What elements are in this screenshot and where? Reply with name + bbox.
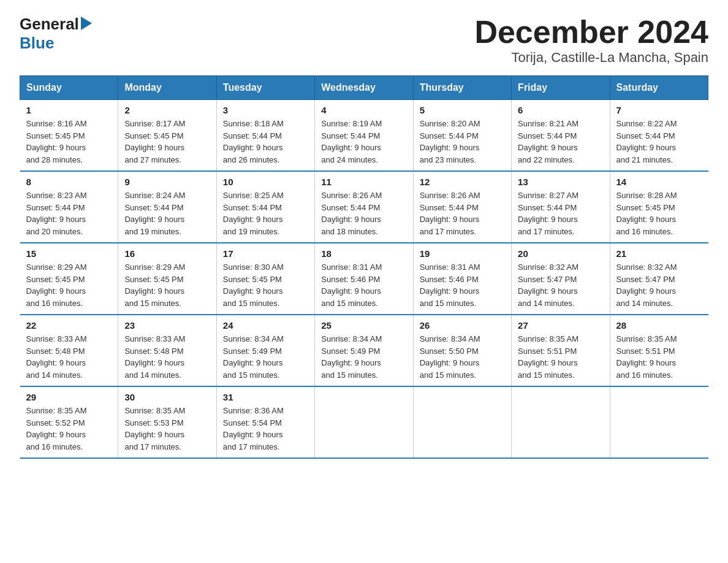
day-info: Sunrise: 8:31 AMSunset: 5:46 PMDaylight:… <box>420 261 505 309</box>
day-number: 12 <box>420 177 505 187</box>
day-number: 3 <box>223 105 308 115</box>
calendar-cell <box>315 386 413 458</box>
logo-triangle-icon <box>81 17 92 30</box>
calendar-cell: 5Sunrise: 8:20 AMSunset: 5:44 PMDaylight… <box>413 100 511 172</box>
day-number: 15 <box>26 248 112 259</box>
day-info: Sunrise: 8:22 AMSunset: 5:44 PMDaylight:… <box>616 118 702 166</box>
day-number: 17 <box>223 248 308 259</box>
calendar-week-row: 29Sunrise: 8:35 AMSunset: 5:52 PMDayligh… <box>20 386 708 458</box>
day-number: 29 <box>26 392 112 402</box>
day-info: Sunrise: 8:21 AMSunset: 5:44 PMDaylight:… <box>518 118 603 166</box>
day-number: 14 <box>616 177 702 187</box>
day-info: Sunrise: 8:33 AMSunset: 5:48 PMDaylight:… <box>26 333 112 381</box>
day-info: Sunrise: 8:32 AMSunset: 5:47 PMDaylight:… <box>518 261 603 309</box>
calendar-cell <box>512 386 610 458</box>
calendar-cell: 16Sunrise: 8:29 AMSunset: 5:45 PMDayligh… <box>118 243 216 315</box>
day-number: 31 <box>223 392 308 402</box>
calendar-cell: 8Sunrise: 8:23 AMSunset: 5:44 PMDaylight… <box>20 171 118 243</box>
calendar-cell: 2Sunrise: 8:17 AMSunset: 5:45 PMDaylight… <box>118 100 216 172</box>
header-friday: Friday <box>512 76 610 100</box>
day-info: Sunrise: 8:26 AMSunset: 5:44 PMDaylight:… <box>321 190 406 237</box>
title-block: December 2024 Torija, Castille-La Mancha… <box>474 15 708 66</box>
day-number: 22 <box>26 320 112 331</box>
day-number: 9 <box>124 177 210 187</box>
day-info: Sunrise: 8:28 AMSunset: 5:45 PMDaylight:… <box>616 190 702 237</box>
day-info: Sunrise: 8:32 AMSunset: 5:47 PMDaylight:… <box>616 261 702 309</box>
day-number: 4 <box>321 105 406 115</box>
calendar-cell: 12Sunrise: 8:26 AMSunset: 5:44 PMDayligh… <box>413 171 511 243</box>
day-info: Sunrise: 8:35 AMSunset: 5:52 PMDaylight:… <box>26 405 112 453</box>
logo-blue-text: Blue <box>20 34 54 53</box>
day-info: Sunrise: 8:30 AMSunset: 5:45 PMDaylight:… <box>223 261 308 309</box>
calendar-cell: 3Sunrise: 8:18 AMSunset: 5:44 PMDaylight… <box>216 100 314 172</box>
calendar-cell: 1Sunrise: 8:16 AMSunset: 5:45 PMDaylight… <box>20 100 118 172</box>
day-number: 27 <box>518 320 603 331</box>
page-title: December 2024 <box>474 15 708 50</box>
day-number: 18 <box>321 248 406 259</box>
day-info: Sunrise: 8:34 AMSunset: 5:50 PMDaylight:… <box>420 333 505 381</box>
day-info: Sunrise: 8:18 AMSunset: 5:44 PMDaylight:… <box>223 118 308 166</box>
calendar-cell: 17Sunrise: 8:30 AMSunset: 5:45 PMDayligh… <box>216 243 314 315</box>
day-info: Sunrise: 8:20 AMSunset: 5:44 PMDaylight:… <box>420 118 505 166</box>
calendar-week-row: 22Sunrise: 8:33 AMSunset: 5:48 PMDayligh… <box>20 315 708 386</box>
logo: General Blue <box>20 15 92 53</box>
day-number: 13 <box>518 177 603 187</box>
calendar-week-row: 8Sunrise: 8:23 AMSunset: 5:44 PMDaylight… <box>20 171 708 243</box>
day-number: 7 <box>616 105 702 115</box>
day-number: 11 <box>321 177 406 187</box>
calendar-cell: 31Sunrise: 8:36 AMSunset: 5:54 PMDayligh… <box>216 386 314 458</box>
calendar-cell: 6Sunrise: 8:21 AMSunset: 5:44 PMDaylight… <box>512 100 610 172</box>
day-info: Sunrise: 8:35 AMSunset: 5:51 PMDaylight:… <box>518 333 603 381</box>
calendar-cell: 11Sunrise: 8:26 AMSunset: 5:44 PMDayligh… <box>315 171 413 243</box>
svg-marker-0 <box>81 17 92 30</box>
day-number: 8 <box>26 177 112 187</box>
day-info: Sunrise: 8:26 AMSunset: 5:44 PMDaylight:… <box>420 190 505 237</box>
day-info: Sunrise: 8:23 AMSunset: 5:44 PMDaylight:… <box>26 190 112 237</box>
day-info: Sunrise: 8:29 AMSunset: 5:45 PMDaylight:… <box>124 261 210 309</box>
day-number: 20 <box>518 248 603 259</box>
day-number: 2 <box>124 105 210 115</box>
calendar-cell: 21Sunrise: 8:32 AMSunset: 5:47 PMDayligh… <box>610 243 708 315</box>
header-thursday: Thursday <box>413 76 511 100</box>
calendar-cell: 30Sunrise: 8:35 AMSunset: 5:53 PMDayligh… <box>118 386 216 458</box>
day-number: 6 <box>518 105 603 115</box>
calendar-cell: 7Sunrise: 8:22 AMSunset: 5:44 PMDaylight… <box>610 100 708 172</box>
day-number: 21 <box>616 248 702 259</box>
calendar-cell <box>413 386 511 458</box>
calendar-cell <box>610 386 708 458</box>
day-number: 25 <box>321 320 406 331</box>
day-info: Sunrise: 8:16 AMSunset: 5:45 PMDaylight:… <box>26 118 112 166</box>
calendar-header-row: SundayMondayTuesdayWednesdayThursdayFrid… <box>20 76 708 100</box>
header-saturday: Saturday <box>610 76 708 100</box>
calendar-cell: 10Sunrise: 8:25 AMSunset: 5:44 PMDayligh… <box>216 171 314 243</box>
day-number: 26 <box>420 320 505 331</box>
day-number: 1 <box>26 105 112 115</box>
calendar-table: SundayMondayTuesdayWednesdayThursdayFrid… <box>20 75 708 459</box>
day-number: 30 <box>124 392 210 402</box>
calendar-week-row: 15Sunrise: 8:29 AMSunset: 5:45 PMDayligh… <box>20 243 708 315</box>
calendar-cell: 15Sunrise: 8:29 AMSunset: 5:45 PMDayligh… <box>20 243 118 315</box>
day-info: Sunrise: 8:34 AMSunset: 5:49 PMDaylight:… <box>223 333 308 381</box>
header-sunday: Sunday <box>20 76 118 100</box>
page-subtitle: Torija, Castille-La Mancha, Spain <box>474 50 708 66</box>
header-monday: Monday <box>118 76 216 100</box>
day-number: 10 <box>223 177 308 187</box>
day-number: 19 <box>420 248 505 259</box>
day-info: Sunrise: 8:27 AMSunset: 5:44 PMDaylight:… <box>518 190 603 237</box>
day-number: 28 <box>616 320 702 331</box>
day-info: Sunrise: 8:24 AMSunset: 5:44 PMDaylight:… <box>124 190 210 237</box>
calendar-cell: 27Sunrise: 8:35 AMSunset: 5:51 PMDayligh… <box>512 315 610 386</box>
day-number: 5 <box>420 105 505 115</box>
day-info: Sunrise: 8:36 AMSunset: 5:54 PMDaylight:… <box>223 405 308 453</box>
calendar-cell: 9Sunrise: 8:24 AMSunset: 5:44 PMDaylight… <box>118 171 216 243</box>
calendar-cell: 4Sunrise: 8:19 AMSunset: 5:44 PMDaylight… <box>315 100 413 172</box>
day-info: Sunrise: 8:34 AMSunset: 5:49 PMDaylight:… <box>321 333 406 381</box>
calendar-cell: 19Sunrise: 8:31 AMSunset: 5:46 PMDayligh… <box>413 243 511 315</box>
header-wednesday: Wednesday <box>315 76 413 100</box>
day-info: Sunrise: 8:35 AMSunset: 5:53 PMDaylight:… <box>124 405 210 453</box>
day-info: Sunrise: 8:25 AMSunset: 5:44 PMDaylight:… <box>223 190 308 237</box>
calendar-cell: 24Sunrise: 8:34 AMSunset: 5:49 PMDayligh… <box>216 315 314 386</box>
calendar-cell: 13Sunrise: 8:27 AMSunset: 5:44 PMDayligh… <box>512 171 610 243</box>
day-info: Sunrise: 8:35 AMSunset: 5:51 PMDaylight:… <box>616 333 702 381</box>
calendar-cell: 25Sunrise: 8:34 AMSunset: 5:49 PMDayligh… <box>315 315 413 386</box>
